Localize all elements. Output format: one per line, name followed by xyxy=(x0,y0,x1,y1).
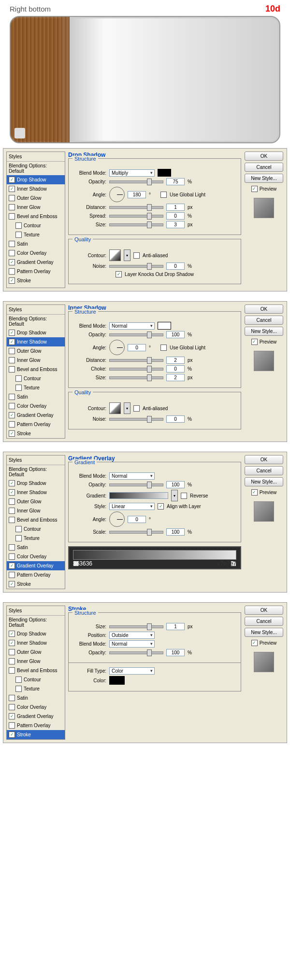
styles-item[interactable]: Bevel and Emboss xyxy=(7,365,65,374)
number-input[interactable]: 100 xyxy=(166,649,185,656)
styles-item[interactable]: Contour xyxy=(7,675,65,684)
angle-dial[interactable] xyxy=(109,187,125,202)
styles-item[interactable]: Drop Shadow xyxy=(7,629,65,638)
checkbox-icon[interactable] xyxy=(9,695,15,701)
styles-item[interactable]: Stroke xyxy=(7,429,65,438)
dropdown-arrow-icon[interactable]: ▾ xyxy=(124,249,130,261)
styles-item[interactable]: Gradient Overlay xyxy=(7,561,65,570)
ok-button[interactable]: OK xyxy=(245,606,283,615)
checkbox-icon[interactable] xyxy=(9,489,15,496)
slider[interactable] xyxy=(109,223,163,226)
checkbox-icon[interactable] xyxy=(9,394,15,400)
checkbox-icon[interactable] xyxy=(9,553,15,560)
slider[interactable] xyxy=(109,483,163,486)
styles-item[interactable]: Bevel and Emboss xyxy=(7,515,65,525)
checkbox-icon[interactable] xyxy=(160,192,167,198)
styles-item[interactable]: Contour xyxy=(7,525,65,534)
slider[interactable] xyxy=(109,418,163,421)
styles-item[interactable]: Texture xyxy=(7,684,65,693)
slider[interactable] xyxy=(109,206,163,209)
dropdown[interactable]: Linear xyxy=(109,503,155,510)
styles-item[interactable]: Drop Shadow xyxy=(7,328,65,337)
checkbox-icon[interactable] xyxy=(251,186,258,192)
slider[interactable] xyxy=(109,265,163,268)
styles-item[interactable]: Inner Glow xyxy=(7,657,65,666)
checkbox-icon[interactable] xyxy=(9,722,15,729)
gradient-preview[interactable] xyxy=(109,492,168,499)
number-input[interactable]: 75 xyxy=(166,178,185,185)
checkbox-icon[interactable] xyxy=(9,366,15,373)
checkbox-icon[interactable] xyxy=(9,649,15,655)
ok-button[interactable]: OK xyxy=(245,304,283,314)
checkbox-icon[interactable] xyxy=(9,348,15,354)
checkbox-icon[interactable] xyxy=(15,385,22,391)
styles-item[interactable]: Bevel and Emboss xyxy=(7,212,65,221)
color-swatch[interactable] xyxy=(158,169,171,177)
checkbox-icon[interactable] xyxy=(116,271,122,277)
styles-item[interactable]: Inner Shadow xyxy=(7,184,65,193)
checkbox-icon[interactable] xyxy=(15,676,22,683)
ok-button[interactable]: OK xyxy=(245,152,283,161)
number-input[interactable]: 0 xyxy=(166,415,185,423)
cancel-button[interactable]: Cancel xyxy=(245,466,283,475)
slider[interactable] xyxy=(109,359,163,362)
number-input[interactable]: 100 xyxy=(166,331,185,338)
checkbox-icon[interactable] xyxy=(9,732,15,738)
preview-toggle[interactable]: Preview xyxy=(251,640,277,646)
checkbox-icon[interactable] xyxy=(15,222,22,229)
styles-item[interactable]: Gradient Overlay xyxy=(7,712,65,721)
slider[interactable] xyxy=(109,333,163,336)
styles-item[interactable]: Inner Shadow xyxy=(7,337,65,346)
styles-item[interactable]: Gradient Overlay xyxy=(7,258,65,267)
checkbox-icon[interactable] xyxy=(9,412,15,418)
styles-item[interactable]: Satin xyxy=(7,239,65,248)
styles-item[interactable]: Inner Shadow xyxy=(7,488,65,497)
styles-item[interactable]: Texture xyxy=(7,534,65,543)
contour-swatch[interactable] xyxy=(109,402,121,414)
number-input[interactable]: 0 xyxy=(166,262,185,270)
checkbox-icon[interactable] xyxy=(9,640,15,646)
checkbox-icon[interactable] xyxy=(9,339,15,345)
dropdown-arrow-icon[interactable]: ▾ xyxy=(171,490,178,501)
dropdown[interactable]: Normal xyxy=(109,640,155,648)
checkbox-icon[interactable] xyxy=(9,581,15,587)
new-style-button[interactable]: New Style... xyxy=(245,174,283,183)
checkbox-icon[interactable] xyxy=(15,535,22,541)
checkbox-icon[interactable] xyxy=(15,232,22,238)
number-input[interactable]: 100 xyxy=(166,528,185,536)
styles-item[interactable]: Outer Glow xyxy=(7,497,65,506)
styles-item[interactable]: Outer Glow xyxy=(7,193,65,203)
new-style-button[interactable]: New Style... xyxy=(245,628,283,637)
styles-item[interactable]: Pattern Overlay xyxy=(7,570,65,580)
number-input[interactable]: 100 xyxy=(166,481,185,488)
styles-item[interactable]: Stroke xyxy=(7,580,65,589)
number-input[interactable]: 180 xyxy=(128,191,146,198)
checkbox-icon[interactable] xyxy=(9,403,15,409)
number-input[interactable]: 1 xyxy=(166,204,185,211)
number-input[interactable]: 1 xyxy=(166,623,185,630)
checkbox-icon[interactable] xyxy=(15,526,22,532)
dropdown-arrow-icon[interactable]: ▾ xyxy=(124,402,130,414)
styles-item[interactable]: Satin xyxy=(7,392,65,401)
cancel-button[interactable]: Cancel xyxy=(245,617,283,626)
angle-dial[interactable] xyxy=(109,511,125,527)
checkbox-icon[interactable] xyxy=(9,250,15,256)
checkbox-icon[interactable] xyxy=(9,544,15,551)
checkbox-icon[interactable] xyxy=(9,658,15,664)
dropdown[interactable]: Outside xyxy=(109,632,155,639)
checkbox-icon[interactable] xyxy=(9,277,15,284)
number-input[interactable]: 0 xyxy=(166,365,185,373)
preview-toggle[interactable]: Preview xyxy=(251,339,277,345)
styles-item[interactable]: Inner Shadow xyxy=(7,638,65,648)
checkbox-icon[interactable] xyxy=(9,713,15,719)
slider[interactable] xyxy=(109,368,163,371)
cancel-button[interactable]: Cancel xyxy=(245,316,283,325)
contour-swatch[interactable] xyxy=(109,249,121,261)
slider[interactable] xyxy=(109,215,163,218)
slider[interactable] xyxy=(109,625,163,628)
styles-item[interactable]: Contour xyxy=(7,221,65,230)
checkbox-icon[interactable] xyxy=(9,330,15,336)
gradient-editor[interactable]: 363636e7e7e7 xyxy=(68,546,241,569)
styles-item[interactable]: Outer Glow xyxy=(7,648,65,657)
slider[interactable] xyxy=(109,376,163,379)
